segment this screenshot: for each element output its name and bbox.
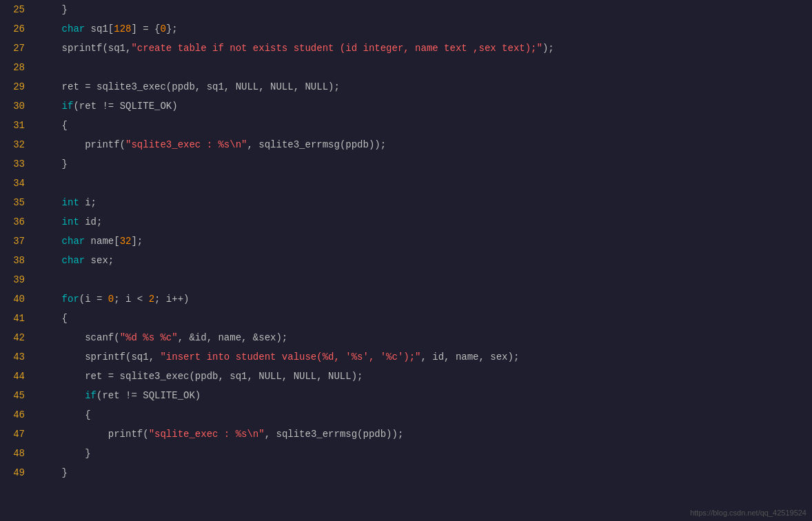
token-plain: ); bbox=[542, 43, 554, 54]
line-number: 32 bbox=[6, 135, 39, 154]
token-plain: } bbox=[39, 448, 91, 459]
token-plain: }; bbox=[166, 23, 178, 34]
code-line: 46 { bbox=[0, 405, 812, 425]
code-line: 31 { bbox=[0, 116, 812, 135]
line-content: } bbox=[39, 463, 806, 482]
token-plain: } bbox=[39, 159, 68, 170]
token-plain: } bbox=[39, 467, 68, 478]
code-line: 34 bbox=[0, 174, 812, 193]
token-plain: , sqlite3_errmsg(ppdb)); bbox=[265, 429, 404, 440]
code-line: 33 } bbox=[0, 154, 812, 174]
token-plain: , id, name, sex); bbox=[421, 351, 520, 362]
token-plain: sq1[ bbox=[85, 23, 114, 34]
token-plain: printf( bbox=[39, 139, 125, 150]
line-number: 26 bbox=[6, 19, 39, 39]
token-kw: char bbox=[39, 236, 85, 247]
token-plain: ret = sqlite3_exec(ppdb, sq1, NULL, NULL… bbox=[39, 371, 363, 382]
line-content: char sq1[128] = {0}; bbox=[39, 19, 806, 39]
line-number: 36 bbox=[6, 212, 39, 232]
line-content: { bbox=[39, 405, 806, 425]
token-plain: { bbox=[39, 313, 68, 324]
code-line: 42 scanf("%d %s %c", &id, name, &sex); bbox=[0, 328, 812, 347]
line-content: printf("sqlite3_exec : %s\n", sqlite3_er… bbox=[39, 135, 806, 154]
token-kw: if bbox=[39, 390, 97, 401]
token-str: "sqlite3_exec : %s\n" bbox=[125, 139, 247, 150]
code-line: 37 char name[32]; bbox=[0, 232, 812, 251]
line-content: } bbox=[39, 444, 806, 463]
code-line: 36 int id; bbox=[0, 212, 812, 232]
code-line: 30 if(ret != SQLITE_OK) bbox=[0, 96, 812, 116]
token-plain: (ret != SQLITE_OK) bbox=[97, 390, 201, 401]
line-number: 47 bbox=[6, 425, 39, 444]
code-line: 26 char sq1[128] = {0}; bbox=[0, 19, 812, 39]
line-number: 48 bbox=[6, 444, 39, 463]
token-kw: int bbox=[39, 216, 79, 227]
token-plain: sprintf(sq1, bbox=[39, 351, 160, 362]
token-kw: char bbox=[39, 255, 85, 266]
code-line: 40 for(i = 0; i < 2; i++) bbox=[0, 289, 812, 309]
line-number: 28 bbox=[6, 58, 39, 77]
code-lines: 25 }26 char sq1[128] = {0};27 sprintf(sq… bbox=[0, 0, 812, 482]
token-num: 0 bbox=[160, 23, 165, 34]
line-content: } bbox=[39, 0, 806, 19]
token-plain: ; i < bbox=[114, 294, 148, 305]
token-plain: ret = sqlite3_exec(ppdb, sq1, NULL, NULL… bbox=[39, 81, 340, 92]
line-number: 45 bbox=[6, 386, 39, 405]
line-content: char name[32]; bbox=[39, 232, 806, 251]
line-content bbox=[39, 58, 806, 77]
code-line: 29 ret = sqlite3_exec(ppdb, sq1, NULL, N… bbox=[0, 77, 812, 96]
code-viewer: 25 }26 char sq1[128] = {0};27 sprintf(sq… bbox=[0, 0, 812, 521]
token-num: 32 bbox=[120, 236, 132, 247]
token-str: "create table if not exists student (id … bbox=[131, 43, 542, 54]
token-plain: ]; bbox=[131, 236, 143, 247]
code-line: 43 sprintf(sq1, "insert into student val… bbox=[0, 347, 812, 367]
line-number: 37 bbox=[6, 232, 39, 251]
token-plain: , sqlite3_errmsg(ppdb)); bbox=[247, 139, 386, 150]
line-number: 43 bbox=[6, 347, 39, 367]
token-plain: (ret != SQLITE_OK) bbox=[73, 101, 177, 112]
line-number: 30 bbox=[6, 96, 39, 116]
token-plain: i; bbox=[79, 197, 97, 208]
token-str: "%d %s %c" bbox=[120, 332, 178, 343]
line-content: } bbox=[39, 154, 806, 174]
code-line: 28 bbox=[0, 58, 812, 77]
token-num: 128 bbox=[114, 23, 131, 34]
code-line: 45 if(ret != SQLITE_OK) bbox=[0, 386, 812, 405]
token-kw: for bbox=[39, 294, 79, 305]
line-number: 39 bbox=[6, 270, 39, 289]
line-content: printf("sqlite_exec : %s\n", sqlite3_err… bbox=[39, 425, 806, 444]
line-content: if(ret != SQLITE_OK) bbox=[39, 386, 806, 405]
line-content bbox=[39, 270, 806, 289]
token-kw: if bbox=[39, 101, 73, 112]
token-kw: int bbox=[39, 197, 79, 208]
line-number: 44 bbox=[6, 367, 39, 386]
code-line: 48 } bbox=[0, 444, 812, 463]
line-number: 49 bbox=[6, 463, 39, 482]
code-line: 38 char sex; bbox=[0, 251, 812, 270]
code-line: 25 } bbox=[0, 0, 812, 19]
code-line: 47 printf("sqlite_exec : %s\n", sqlite3_… bbox=[0, 425, 812, 444]
line-number: 41 bbox=[6, 309, 39, 328]
line-content bbox=[39, 174, 806, 193]
line-content: int i; bbox=[39, 193, 806, 212]
token-plain: name[ bbox=[85, 236, 119, 247]
line-number: 33 bbox=[6, 154, 39, 174]
line-number: 27 bbox=[6, 39, 39, 58]
line-content: sprintf(sq1, "insert into student valuse… bbox=[39, 347, 806, 367]
token-str: "insert into student valuse(%d, '%s', '%… bbox=[160, 351, 420, 362]
token-plain: sex; bbox=[85, 255, 114, 266]
line-number: 34 bbox=[6, 174, 39, 193]
token-plain: printf( bbox=[39, 429, 149, 440]
token-plain: ] = { bbox=[131, 23, 160, 34]
token-num: 2 bbox=[149, 294, 154, 305]
line-content: ret = sqlite3_exec(ppdb, sq1, NULL, NULL… bbox=[39, 77, 806, 96]
line-number: 31 bbox=[6, 116, 39, 135]
line-content: scanf("%d %s %c", &id, name, &sex); bbox=[39, 328, 806, 347]
code-line: 32 printf("sqlite3_exec : %s\n", sqlite3… bbox=[0, 135, 812, 154]
line-number: 25 bbox=[6, 0, 39, 19]
token-plain: scanf( bbox=[39, 332, 120, 343]
token-plain: , &id, name, &sex); bbox=[178, 332, 288, 343]
token-plain: { bbox=[39, 120, 68, 131]
line-content: { bbox=[39, 309, 806, 328]
line-number: 40 bbox=[6, 289, 39, 309]
